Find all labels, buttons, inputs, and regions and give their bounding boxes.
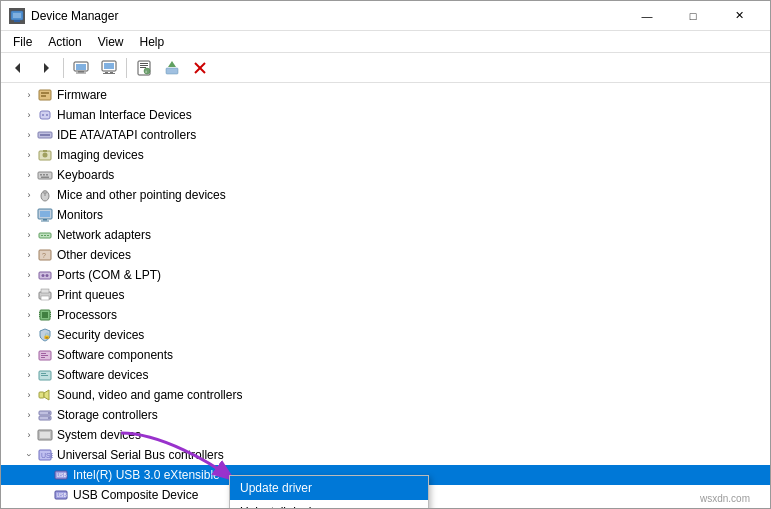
computer-button[interactable]: [68, 56, 94, 80]
svg-point-33: [43, 153, 48, 158]
context-menu-uninstall[interactable]: Uninstall device: [230, 500, 428, 508]
tree-item-sound[interactable]: › Sound, video and game controllers: [1, 385, 770, 405]
expand-software-components[interactable]: ›: [21, 347, 37, 363]
keyboards-icon: [37, 167, 53, 183]
tree-item-firmware[interactable]: › Firmware: [1, 85, 770, 105]
keyboards-label: Keyboards: [57, 168, 114, 182]
tree-item-monitors[interactable]: › Monitors: [1, 205, 770, 225]
tree-item-mice[interactable]: › Mice and other pointing devices: [1, 185, 770, 205]
sound-label: Sound, video and game controllers: [57, 388, 242, 402]
storage-icon: [37, 407, 53, 423]
usb-label: Universal Serial Bus controllers: [57, 448, 224, 462]
security-icon: 🔒: [37, 327, 53, 343]
minimize-button[interactable]: —: [624, 1, 670, 31]
expand-processors[interactable]: ›: [21, 307, 37, 323]
device-tree[interactable]: › Firmware › Human Interface Devices › I…: [1, 83, 770, 508]
content-area: › Firmware › Human Interface Devices › I…: [1, 83, 770, 508]
close-button[interactable]: ✕: [716, 1, 762, 31]
expand-keyboards[interactable]: ›: [21, 167, 37, 183]
tree-item-processors[interactable]: › Processors: [1, 305, 770, 325]
refresh-button[interactable]: [96, 56, 122, 80]
uninstall-button[interactable]: [187, 56, 213, 80]
window-title: Device Manager: [31, 9, 624, 23]
svg-rect-16: [140, 65, 148, 66]
expand-network[interactable]: ›: [21, 227, 37, 243]
svg-rect-82: [40, 432, 50, 438]
expand-storage[interactable]: ›: [21, 407, 37, 423]
tree-item-software-components[interactable]: › Software components: [1, 345, 770, 365]
tree-item-storage[interactable]: › Storage controllers: [1, 405, 770, 425]
expand-system[interactable]: ›: [21, 427, 37, 443]
svg-rect-71: [41, 357, 45, 358]
svg-marker-21: [168, 61, 176, 67]
svg-rect-58: [41, 296, 49, 300]
svg-rect-10: [104, 63, 114, 69]
tree-item-imaging[interactable]: › Imaging devices: [1, 145, 770, 165]
properties-button[interactable]: i: [131, 56, 157, 80]
maximize-button[interactable]: □: [670, 1, 716, 31]
forward-button[interactable]: [33, 56, 59, 80]
expand-ports[interactable]: ›: [21, 267, 37, 283]
menu-help[interactable]: Help: [132, 31, 173, 52]
svg-rect-31: [40, 134, 50, 136]
app-icon: [9, 8, 25, 24]
firmware-icon: [37, 87, 53, 103]
menu-view[interactable]: View: [90, 31, 132, 52]
back-button[interactable]: [5, 56, 31, 80]
expand-print[interactable]: ›: [21, 287, 37, 303]
expand-software-devices[interactable]: ›: [21, 367, 37, 383]
processors-icon: [37, 307, 53, 323]
tree-item-ide[interactable]: › IDE ATA/ATAPI controllers: [1, 125, 770, 145]
expand-monitors[interactable]: ›: [21, 207, 37, 223]
expand-usb[interactable]: ›: [21, 447, 37, 463]
tree-item-other[interactable]: › ? Other devices: [1, 245, 770, 265]
tree-item-software-devices[interactable]: › Software devices: [1, 365, 770, 385]
tree-item-hid[interactable]: › Human Interface Devices: [1, 105, 770, 125]
svg-text:?: ?: [42, 252, 46, 259]
expand-firmware[interactable]: ›: [21, 87, 37, 103]
svg-point-55: [46, 274, 49, 277]
context-menu: Update driver Uninstall device Scan for …: [229, 475, 429, 508]
usb-composite-1-icon: USB: [53, 487, 69, 503]
context-menu-update-driver[interactable]: Update driver: [230, 476, 428, 500]
tree-item-system[interactable]: › System devices: [1, 425, 770, 445]
update-driver-toolbar-button[interactable]: [159, 56, 185, 80]
svg-rect-46: [41, 221, 49, 222]
expand-mice[interactable]: ›: [21, 187, 37, 203]
expand-usb-composite-1[interactable]: [37, 487, 53, 503]
tree-item-keyboards[interactable]: › Keyboards: [1, 165, 770, 185]
svg-point-54: [42, 274, 45, 277]
svg-rect-17: [140, 67, 146, 68]
svg-marker-3: [15, 63, 20, 73]
svg-rect-70: [41, 355, 48, 356]
tree-item-network[interactable]: › Network adapters: [1, 225, 770, 245]
tree-item-security[interactable]: › 🔒 Security devices: [1, 325, 770, 345]
svg-marker-4: [44, 63, 49, 73]
other-label: Other devices: [57, 248, 131, 262]
expand-ide[interactable]: ›: [21, 127, 37, 143]
expand-hid[interactable]: ›: [21, 107, 37, 123]
expand-other[interactable]: ›: [21, 247, 37, 263]
mice-label: Mice and other pointing devices: [57, 188, 226, 202]
tree-item-ports[interactable]: › Ports (COM & LPT): [1, 265, 770, 285]
svg-rect-7: [78, 71, 84, 73]
menu-action[interactable]: Action: [40, 31, 89, 52]
svg-point-29: [46, 114, 48, 116]
mice-icon: [37, 187, 53, 203]
imaging-icon: [37, 147, 53, 163]
software-devices-label: Software devices: [57, 368, 148, 382]
system-label: System devices: [57, 428, 141, 442]
intel-usb-icon: USB: [53, 467, 69, 483]
tree-item-usb[interactable]: › USB Universal Serial Bus controllers: [1, 445, 770, 465]
expand-sound[interactable]: ›: [21, 387, 37, 403]
expand-intel-usb[interactable]: [37, 467, 53, 483]
svg-rect-39: [41, 177, 49, 179]
network-icon: [37, 227, 53, 243]
expand-security[interactable]: ›: [21, 327, 37, 343]
menu-file[interactable]: File: [5, 31, 40, 52]
tree-item-print[interactable]: › Print queues: [1, 285, 770, 305]
expand-imaging[interactable]: ›: [21, 147, 37, 163]
firmware-label: Firmware: [57, 88, 107, 102]
svg-rect-26: [41, 95, 46, 97]
expand-usb-composite-2[interactable]: [37, 507, 53, 508]
